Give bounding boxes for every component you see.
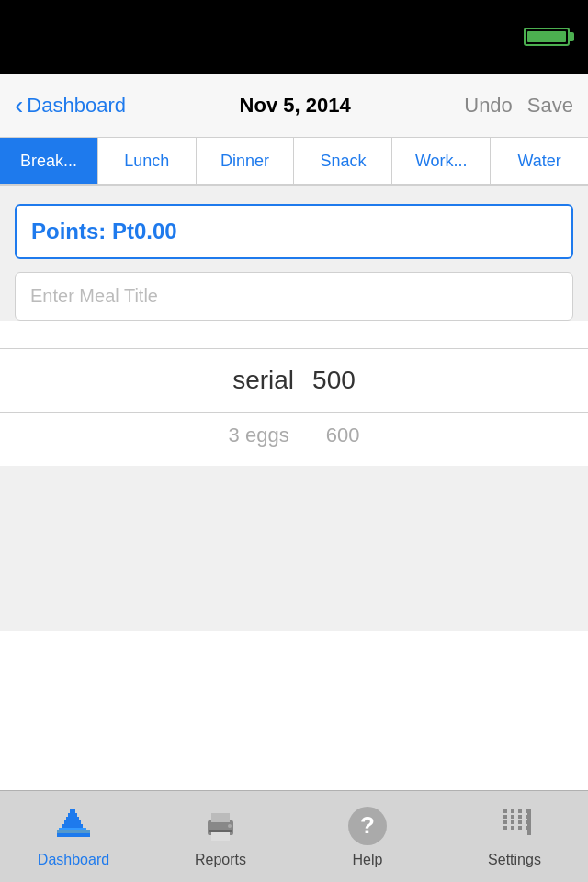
svg-rect-1	[68, 813, 77, 817]
back-label: Dashboard	[27, 94, 126, 118]
svg-rect-2	[66, 817, 79, 820]
meal-tabs: Break... Lunch Dinner Snack Work... Wate…	[0, 138, 588, 186]
svg-rect-27	[518, 826, 522, 830]
svg-point-12	[228, 824, 232, 828]
bottom-tab-label-settings: Settings	[488, 852, 541, 868]
svg-rect-22	[511, 820, 514, 824]
svg-rect-7	[57, 833, 90, 837]
status-bar	[0, 0, 588, 74]
svg-rect-15	[518, 809, 522, 813]
settings-icon	[494, 806, 535, 846]
main-content: Points: Pt0.00	[0, 186, 588, 321]
food-list-area: serial 500 3 eggs 600	[0, 348, 588, 466]
bottom-tab-help[interactable]: ? Help	[303, 806, 432, 868]
battery-icon	[524, 28, 570, 46]
bottom-tab-label-help: Help	[353, 852, 383, 868]
food-item-calories: 500	[312, 366, 356, 395]
battery-fill	[527, 31, 566, 42]
meal-title-input[interactable]	[15, 272, 573, 321]
bottom-tab-settings[interactable]: Settings	[450, 806, 579, 868]
tab-snack[interactable]: Snack	[294, 138, 392, 184]
points-text: Points: Pt0.00	[31, 219, 177, 243]
undo-button[interactable]: Undo	[464, 94, 513, 118]
bottom-tab-bar: Dashboard Reports ? Help	[0, 790, 588, 882]
food-sub-calories: 600	[326, 424, 360, 447]
svg-rect-23	[518, 820, 522, 824]
bottom-tab-dashboard[interactable]: Dashboard	[9, 806, 138, 868]
svg-rect-0	[70, 809, 75, 813]
save-button[interactable]: Save	[527, 94, 573, 118]
svg-rect-21	[503, 820, 507, 824]
tab-water[interactable]: Water	[491, 138, 588, 184]
dashboard-icon	[53, 806, 94, 846]
svg-rect-10	[211, 831, 230, 841]
svg-rect-9	[211, 813, 230, 822]
svg-rect-19	[518, 815, 522, 819]
svg-rect-26	[511, 826, 514, 830]
tab-breakfast[interactable]: Break...	[0, 138, 98, 184]
svg-rect-6	[57, 830, 90, 833]
nav-title: Nov 5, 2014	[126, 94, 464, 118]
food-item-secondary: 3 eggs 600	[0, 413, 588, 466]
bottom-tab-label-dashboard: Dashboard	[38, 852, 109, 868]
empty-area	[0, 466, 588, 631]
food-item-primary: serial 500	[0, 349, 588, 412]
food-item-name: serial	[232, 366, 294, 395]
svg-rect-14	[511, 809, 514, 813]
svg-rect-25	[503, 826, 507, 830]
back-chevron-icon: ‹	[15, 93, 23, 119]
points-box: Points: Pt0.00	[15, 204, 573, 259]
svg-rect-13	[503, 809, 507, 813]
svg-rect-17	[503, 815, 507, 819]
svg-rect-29	[527, 809, 531, 835]
tab-workout[interactable]: Work...	[392, 138, 491, 184]
food-sub-name: 3 eggs	[229, 424, 289, 447]
bottom-tab-reports[interactable]: Reports	[156, 806, 285, 868]
svg-rect-3	[64, 820, 81, 824]
nav-bar: ‹ Dashboard Nov 5, 2014 Undo Save	[0, 74, 588, 138]
tab-lunch[interactable]: Lunch	[98, 138, 197, 184]
nav-actions: Undo Save	[464, 94, 573, 118]
svg-rect-4	[62, 824, 83, 828]
svg-rect-18	[511, 815, 514, 819]
tab-dinner[interactable]: Dinner	[197, 138, 295, 184]
svg-rect-11	[209, 830, 232, 832]
help-circle: ?	[348, 807, 387, 845]
bottom-tab-label-reports: Reports	[195, 852, 246, 868]
help-icon: ?	[347, 806, 388, 846]
reports-icon	[200, 806, 241, 846]
back-button[interactable]: ‹ Dashboard	[15, 93, 126, 119]
